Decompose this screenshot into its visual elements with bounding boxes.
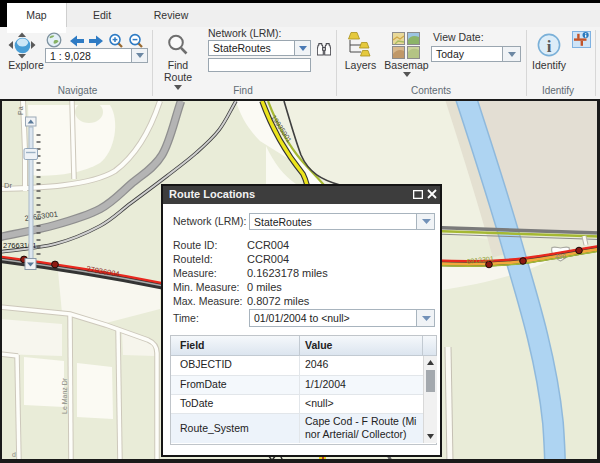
svg-text:Dr: Dr xyxy=(4,181,12,190)
svg-text:d: d xyxy=(12,451,16,458)
svg-text:490: 490 xyxy=(555,253,566,260)
svg-text:i: i xyxy=(547,37,552,56)
svg-text:Pa: Pa xyxy=(17,106,24,115)
svg-text:Le Manz Dr: Le Manz Dr xyxy=(61,377,68,414)
